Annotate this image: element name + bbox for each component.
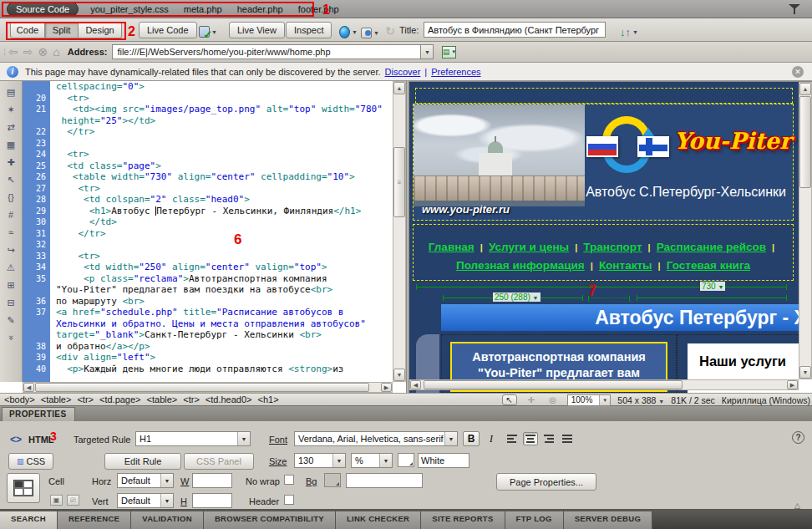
source-code-tab[interactable]: Source Code xyxy=(7,2,79,17)
properties-tab[interactable]: PROPERTIES xyxy=(2,407,75,421)
horz-dropdown[interactable]: Default▼ xyxy=(117,473,174,488)
collapse-selection-icon[interactable]: ▦ xyxy=(3,137,20,152)
nav-link[interactable]: Расписание рейсов xyxy=(657,241,766,253)
nav-link[interactable]: Услуги и цены xyxy=(489,241,569,253)
code-line[interactable]: 29 <h1>Автобус Петербург - Хельсинки, Фи… xyxy=(23,206,393,217)
nav-link[interactable]: Полезная информация xyxy=(456,259,585,272)
split-cell-icon[interactable]: ⎚ xyxy=(67,495,79,506)
align-center-icon[interactable] xyxy=(523,432,538,445)
bg-color-field[interactable] xyxy=(346,473,423,488)
back-icon[interactable]: ⇦ xyxy=(8,45,18,58)
code-line[interactable]: 22 </tr> xyxy=(23,126,393,138)
zoom-tool-icon[interactable]: ◎ xyxy=(546,394,561,405)
remove-comment-icon[interactable]: ⊟ xyxy=(3,295,20,310)
code-line[interactable]: 25 <td class="page"> xyxy=(23,160,393,172)
header-checkbox[interactable] xyxy=(284,495,294,505)
merge-cells-icon[interactable]: ▣ xyxy=(50,495,63,506)
code-view-pane[interactable]: ▤✶⇄▦✚↖{}#≈↪⚠⊞⊟✎» cellspacing="0">20 <tr>… xyxy=(0,81,406,393)
code-line[interactable]: 30 </td> xyxy=(23,216,393,228)
design-horizontal-scrollbar[interactable]: ◀ ▶ xyxy=(409,379,799,390)
collapse-panel-icon[interactable]: △ xyxy=(794,501,800,510)
results-tab-reference[interactable]: REFERENCE xyxy=(58,511,131,529)
code-line[interactable]: 33 <tr> xyxy=(23,251,393,262)
nowrap-checkbox[interactable] xyxy=(284,475,294,485)
related-file-tab[interactable]: you_piter_style.css xyxy=(90,4,169,14)
address-input[interactable]: file:///E|/WebServers/home/you-piter/www… xyxy=(112,44,421,59)
code-line[interactable]: 36по маршруту <br> xyxy=(23,296,393,308)
align-justify-icon[interactable] xyxy=(560,432,575,445)
stop-icon[interactable]: ⊗ xyxy=(38,45,48,58)
results-tab-link-checker[interactable]: LINK CHECKER xyxy=(336,511,421,529)
balance-braces-icon[interactable]: {} xyxy=(3,190,20,205)
code-line[interactable]: 39<div align="left"> xyxy=(23,352,393,364)
code-line[interactable]: cellspacing="0"> xyxy=(23,81,393,93)
live-code-button[interactable]: Live Code xyxy=(139,22,197,38)
bg-color-swatch[interactable] xyxy=(324,473,341,487)
scroll-right-icon[interactable]: ▶ xyxy=(381,383,392,392)
size-dropdown[interactable]: 130▼ xyxy=(294,453,346,468)
scroll-left-icon[interactable]: ◀ xyxy=(23,383,34,392)
code-line[interactable]: 27 <tr> xyxy=(23,183,393,195)
italic-button[interactable]: I xyxy=(483,431,500,446)
scroll-down-icon[interactable]: ▼ xyxy=(799,366,811,379)
code-hscroll-thumb[interactable] xyxy=(35,383,369,392)
code-line[interactable]: 34 <td width="250" align="center" valign… xyxy=(23,262,393,273)
tag-selector-item[interactable]: <tr> xyxy=(183,394,200,404)
magnification-dropdown[interactable]: 100%▼ xyxy=(567,394,612,406)
code-editor[interactable]: cellspacing="0">20 <tr>21 <td><img src="… xyxy=(23,81,393,382)
targeted-rule-dropdown[interactable]: H1▼ xyxy=(135,431,251,446)
code-horizontal-scrollbar[interactable]: ◀ ▶ xyxy=(23,382,393,393)
nav-link[interactable]: Контакты xyxy=(599,259,652,272)
address-dropdown-icon[interactable]: ▼ xyxy=(421,44,434,59)
table-width-bar-730[interactable] xyxy=(416,287,787,287)
design-hscroll-thumb[interactable] xyxy=(424,380,683,389)
css-mode-button[interactable]: ▥CSS xyxy=(8,453,53,470)
tag-selector-item[interactable]: <tr> xyxy=(77,394,94,404)
preview-in-browser-icon[interactable]: ▼ xyxy=(339,23,358,40)
syntax-error-alerts-icon[interactable]: ⚠ xyxy=(3,260,20,275)
code-line[interactable]: 20 <tr> xyxy=(23,93,393,104)
code-line[interactable]: 26 <table width="730" align="center" cel… xyxy=(23,171,393,183)
code-vertical-scrollbar[interactable]: ▲ ≡ ▼ xyxy=(393,81,406,382)
code-line[interactable]: 32 xyxy=(23,239,393,251)
line-numbers-icon[interactable]: # xyxy=(3,207,20,222)
code-view-button[interactable]: Code xyxy=(10,22,45,38)
expand-all-icon[interactable]: ✚ xyxy=(3,155,20,170)
code-line[interactable]: Хельсинки и обратно. Цены и места отправ… xyxy=(23,318,393,330)
inspect-button[interactable]: Inspect xyxy=(286,22,332,38)
refresh-design-view-icon[interactable]: ↻ xyxy=(381,23,399,39)
view-options-icon[interactable]: ▤▼ xyxy=(442,46,456,58)
text-color-swatch[interactable] xyxy=(398,453,414,467)
results-tab-site-reports[interactable]: SITE REPORTS xyxy=(421,511,505,529)
scroll-left-icon[interactable]: ◀ xyxy=(410,380,421,389)
forward-icon[interactable]: ⇨ xyxy=(23,45,33,58)
results-tab-server-debug[interactable]: SERVER DEBUG xyxy=(564,511,652,529)
code-line[interactable]: 21 <td><img src="images/page_top.png" al… xyxy=(23,104,393,115)
tag-selector-item[interactable]: <h1> xyxy=(258,394,279,404)
scroll-up-icon[interactable]: ▲ xyxy=(393,82,405,94)
related-file-tab[interactable]: footer.php xyxy=(298,4,339,14)
results-tab-ftp-log[interactable]: FTP LOG xyxy=(505,511,564,529)
scroll-up-icon[interactable]: ▲ xyxy=(799,83,811,95)
check-browser-compatibility-icon[interactable]: ✓▼ xyxy=(199,23,217,40)
tag-selector-item[interactable]: <body> xyxy=(4,394,35,404)
related-file-tab[interactable]: header.php xyxy=(237,4,283,14)
edit-rule-button[interactable]: Edit Rule xyxy=(104,453,181,470)
column-width-label-250[interactable]: 250 (288) ▼ xyxy=(493,292,540,302)
table-width-label-730[interactable]: 730 ▼ xyxy=(700,282,725,291)
related-file-tab[interactable]: meta.php xyxy=(184,4,222,14)
code-line[interactable]: 31 </tr> xyxy=(23,228,393,240)
code-line[interactable]: 24 <tr> xyxy=(23,149,393,160)
highlight-invalid-code-icon[interactable]: ≈ xyxy=(3,225,20,240)
get-put-file-icon[interactable]: ↓↑▼ xyxy=(615,23,643,40)
align-left-icon[interactable] xyxy=(505,432,520,445)
home-icon[interactable]: ⌂ xyxy=(53,45,59,58)
select-tool-icon[interactable]: ↖ xyxy=(502,394,517,405)
column-width-bar-2[interactable] xyxy=(637,298,787,298)
code-line[interactable]: 28 <td colspan="2" class="head0"> xyxy=(23,194,393,206)
size-unit-dropdown[interactable]: %▼ xyxy=(351,453,393,468)
bold-button[interactable]: B xyxy=(463,431,480,446)
design-vertical-scrollbar[interactable]: ▲ ▼ xyxy=(799,82,812,379)
show-more-icon[interactable]: » xyxy=(3,329,18,347)
font-dropdown[interactable]: Verdana, Arial, Helvetica, sans-serif▼ xyxy=(294,431,458,446)
